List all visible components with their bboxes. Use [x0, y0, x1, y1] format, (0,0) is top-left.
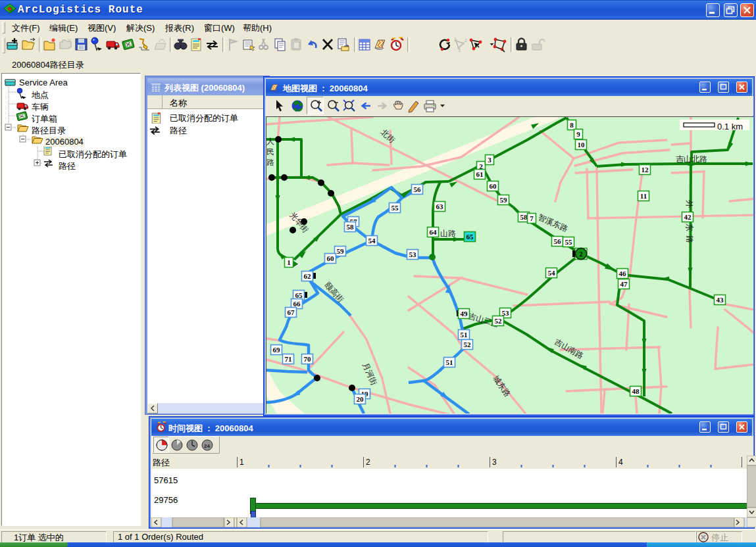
svg-text:65: 65: [466, 233, 474, 241]
svg-text:51: 51: [446, 358, 453, 366]
svg-text:11: 11: [640, 192, 647, 200]
svg-text:49: 49: [461, 310, 468, 318]
svg-text:24: 24: [204, 443, 210, 449]
svg-text:51: 51: [461, 331, 468, 339]
svg-text:2: 2: [579, 250, 583, 258]
svg-text:58: 58: [347, 223, 355, 231]
svg-text:60: 60: [327, 254, 335, 262]
svg-text:52: 52: [464, 341, 472, 348]
svg-text:56: 56: [554, 237, 562, 245]
svg-text:70: 70: [304, 355, 312, 363]
svg-text:66: 66: [293, 300, 301, 308]
svg-text:4: 4: [618, 458, 623, 467]
svg-text:8: 8: [570, 121, 574, 129]
svg-text:山路: 山路: [440, 229, 456, 238]
svg-text:1: 1: [287, 258, 291, 266]
svg-text:民: 民: [266, 147, 274, 156]
svg-text:人: 人: [266, 137, 274, 146]
svg-text:53: 53: [409, 250, 417, 258]
svg-text:55: 55: [391, 204, 399, 212]
svg-text:0.1 km: 0.1 km: [717, 122, 743, 131]
svg-text:62: 62: [304, 272, 312, 280]
svg-text:20: 20: [357, 395, 365, 403]
svg-text:1: 1: [454, 37, 457, 41]
svg-text:3: 3: [458, 48, 461, 53]
svg-text:1: 1: [239, 458, 244, 467]
svg-text:吉山北路: 吉山北路: [676, 155, 707, 164]
svg-text:52: 52: [495, 317, 503, 325]
svg-text:2: 2: [465, 38, 467, 43]
svg-text:64: 64: [430, 228, 438, 236]
svg-text:54: 54: [368, 237, 376, 245]
svg-text:2: 2: [366, 458, 370, 467]
svg-text:56: 56: [414, 185, 422, 193]
svg-text:48: 48: [632, 387, 640, 395]
svg-text:61: 61: [476, 170, 484, 178]
svg-text:55: 55: [565, 238, 573, 246]
svg-text:3: 3: [492, 458, 497, 467]
svg-text:43: 43: [717, 296, 724, 304]
svg-text:9: 9: [576, 130, 580, 138]
svg-text:60: 60: [490, 182, 497, 190]
svg-text:59: 59: [337, 247, 345, 255]
svg-text:10: 10: [578, 141, 586, 149]
svg-text:42: 42: [684, 213, 692, 221]
svg-text:71: 71: [285, 355, 292, 363]
svg-text:54: 54: [548, 269, 556, 277]
svg-text:3: 3: [488, 156, 491, 164]
svg-text:69: 69: [273, 346, 281, 354]
svg-text:外环东路: 外环东路: [685, 200, 694, 247]
svg-text:59: 59: [500, 196, 508, 204]
svg-text:7: 7: [530, 214, 534, 222]
svg-text:路: 路: [266, 158, 274, 167]
svg-text:58: 58: [520, 213, 528, 221]
svg-text:63: 63: [436, 202, 444, 210]
svg-text:47: 47: [620, 280, 628, 288]
svg-text:67: 67: [288, 308, 295, 316]
svg-text:12: 12: [642, 166, 649, 174]
svg-text:46: 46: [619, 270, 627, 277]
svg-text:65: 65: [295, 291, 303, 299]
